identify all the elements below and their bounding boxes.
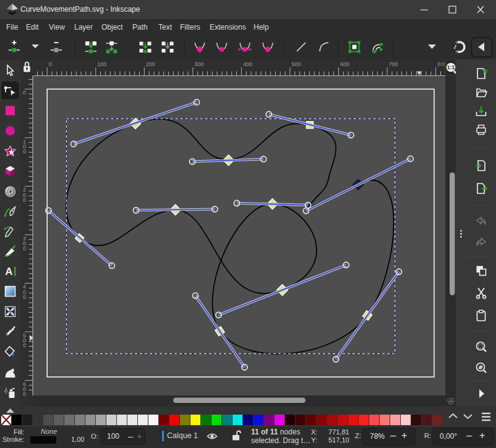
svg-text:400: 400 (243, 61, 252, 67)
svg-text:300: 300 (194, 61, 203, 67)
svg-text:100: 100 (97, 61, 106, 67)
svg-text:0: 0 (49, 61, 52, 67)
svg-text:0: 0 (23, 197, 26, 203)
svg-text:1:1: 1:1 (447, 64, 455, 70)
svg-text:0: 0 (23, 342, 26, 349)
svg-text:200: 200 (146, 61, 155, 67)
svg-text:800: 800 (437, 61, 447, 67)
svg-text:0: 0 (23, 90, 26, 96)
svg-text:700: 700 (389, 61, 398, 67)
svg-text:0: 0 (23, 391, 26, 397)
svg-text:A: A (5, 266, 12, 277)
svg-text:0: 0 (23, 245, 26, 251)
svg-text:0: 0 (23, 148, 26, 154)
svg-text:500: 500 (291, 61, 301, 67)
svg-text:600: 600 (340, 61, 349, 67)
svg-text:0: 0 (23, 294, 26, 300)
